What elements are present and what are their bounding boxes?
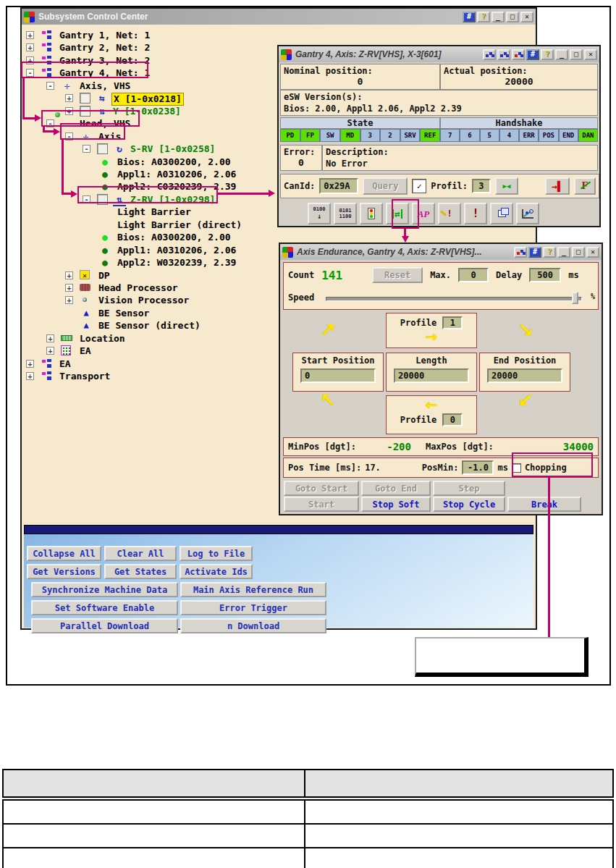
step-button[interactable]: Step [433,481,505,496]
function-off-button[interactable]: F [574,177,596,195]
expand-toggle[interactable]: + [26,360,34,368]
error-trigger-button[interactable]: Error Trigger [180,600,326,615]
tree-item-gantry-1-net-1[interactable]: Gantry 1, Net: 1 [58,30,151,41]
expand-toggle[interactable]: + [26,372,34,380]
tree-item-appl1-a0310206-2-06[interactable]: Appl1: A0310206, 2.06 [116,169,237,180]
net-tree-button[interactable] [514,247,527,258]
stop-soft-button[interactable]: Stop Soft [361,497,431,512]
expand-toggle[interactable]: - [46,82,54,90]
close-button[interactable]: ✕ [584,49,597,60]
collapse-all-button[interactable]: Collapse All [27,546,101,561]
tree-item-head-processor[interactable]: Head Processor [97,282,180,294]
set-software-enable-button[interactable]: Set Software Enable [31,600,178,615]
get-versions-button[interactable]: Get Versions [27,564,101,579]
goto-limit-button[interactable]: →▌ [545,177,570,195]
close-button[interactable]: ✕ [520,12,533,22]
main-titlebar[interactable]: Subsystem Control Center #?_□✕ [22,9,536,25]
main-axis-reference-run-button[interactable]: Main Axis Reference Run [180,582,326,597]
query-button[interactable]: Query [363,177,408,195]
binary-pattern-button[interactable]: 01011100 [334,203,357,224]
hash-button[interactable]: # [526,49,539,60]
error-trigger-button[interactable]: ! [464,203,487,224]
download-binary-button[interactable]: 0100↓ [308,203,331,224]
net-node-button[interactable] [497,49,510,60]
tree-item-transport[interactable]: Transport [58,371,111,382]
tree-item-axis-vhs[interactable]: Axis, VHS [78,80,132,92]
goto-start-button[interactable]: Goto Start [284,481,359,496]
log-to-file-button[interactable]: Log to File [180,546,253,561]
speed-slider-track[interactable] [326,297,582,301]
expand-toggle[interactable]: - [83,145,90,153]
help-button[interactable]: ? [541,49,554,60]
diagnostics-button[interactable] [516,203,539,224]
net-tree-button[interactable] [483,49,496,60]
hash-button[interactable]: # [463,12,476,22]
tree-item-appl1-a0310206-2-06[interactable]: Appl1: A0310206, 2.06 [116,245,237,256]
maximize-button[interactable]: □ [572,247,585,258]
tree-item-be-sensor-direct[interactable]: BE Sensor (direct) [97,320,202,332]
activate-ids-button[interactable]: Activate Ids [180,564,253,579]
tree-item-ea[interactable]: EA [78,345,93,357]
tree-item-bios-a0300200-2-00[interactable]: Bios: A0300200, 2.00 [116,156,232,168]
net-link-button[interactable] [512,49,525,60]
break-button[interactable]: Break [507,497,581,512]
tree-item-be-sensor[interactable]: BE Sensor [97,308,151,319]
tree-item-appl2-w0320239-2-39[interactable]: Appl2: W0320239, 2.39 [116,257,237,269]
tree-item-gantry-2-net-2[interactable]: Gantry 2, Net: 2 [58,42,151,54]
tree-checkbox[interactable] [80,93,90,104]
tree-item-dp[interactable]: DP [97,270,111,282]
minimize-button[interactable]: _ [491,12,505,22]
maximize-button[interactable]: □ [506,12,519,22]
goto-end-button[interactable]: Goto End [361,481,431,496]
tree-item-light-barrier-direct[interactable]: Light Barrier (direct) [116,219,243,231]
expand-toggle[interactable]: + [26,31,34,39]
tree-item-light-barrier[interactable]: Light Barrier [116,206,193,218]
delay-value[interactable]: 500 [529,268,561,282]
traffic-light-button[interactable] [360,203,383,224]
profil-value[interactable]: 3 [472,179,491,193]
tree-item-vision-processor[interactable]: Vision Processor [97,295,190,306]
tree-item-bios-a0300200-2-00[interactable]: Bios: A0300200, 2.00 [116,232,232,243]
stop-cycle-button[interactable]: Stop Cycle [433,497,505,512]
close-button[interactable]: ✕ [586,247,599,258]
clear-all-button[interactable]: Clear All [104,546,177,561]
edit-alert-button[interactable]: ! [438,203,461,224]
minimize-button[interactable]: _ [555,49,568,60]
tree-checkbox[interactable] [97,143,108,154]
start-button[interactable]: Start [284,497,359,512]
copy-window-button[interactable] [490,203,513,224]
reset-button[interactable]: Reset [372,267,423,283]
max-value[interactable]: 0 [458,268,489,282]
end-position-value[interactable]: 20000 [487,368,562,383]
synchronize-machine-data-button[interactable]: Synchronize Machine Data [31,582,178,597]
minimize-button[interactable]: _ [557,247,570,258]
n-download-button[interactable]: n Download [180,618,326,633]
help-button[interactable]: ? [543,247,556,258]
expand-toggle[interactable]: + [46,347,54,355]
get-states-button[interactable]: Get States [104,564,177,579]
move-profile-button[interactable]: ▶◀ [495,177,518,195]
parallel-download-button[interactable]: Parallel Download [31,618,178,633]
maximize-button[interactable]: □ [570,49,583,60]
expand-toggle[interactable]: + [65,271,73,279]
expand-toggle[interactable]: + [65,94,73,102]
help-button[interactable]: ? [477,12,490,22]
endurance-titlebar[interactable]: Axis Endurance, Gantry 4, Axis: Z-RV[VHS… [280,244,602,260]
speed-slider-thumb[interactable] [572,292,578,304]
expand-toggle[interactable]: + [26,43,34,51]
expand-toggle[interactable]: + [46,334,54,342]
profile-backward-value[interactable]: 0 [442,413,463,426]
hash-button[interactable]: # [528,247,541,258]
profile-forward-value[interactable]: 1 [442,316,463,329]
profile-forward-label: Profile [400,318,437,328]
start-position-value[interactable]: 0 [300,368,376,383]
expand-toggle[interactable]: + [65,296,73,304]
tree-item-x-1-0x0218[interactable]: X [1-0x0218] [111,93,184,106]
active-checkbox[interactable]: ✓ [412,179,426,193]
tree-item-location[interactable]: Location [78,333,127,345]
gantry-dialog-titlebar[interactable]: Gantry 4, Axis: Z-RV[VHS], X-3[601] #?_□… [279,46,599,62]
tree-item-ea[interactable]: EA [58,358,72,370]
tree-item-s-rv-1-0x0258[interactable]: S-RV [1-0x0258] [129,143,216,155]
expand-toggle[interactable]: + [65,284,73,292]
length-value[interactable]: 20000 [394,368,469,383]
